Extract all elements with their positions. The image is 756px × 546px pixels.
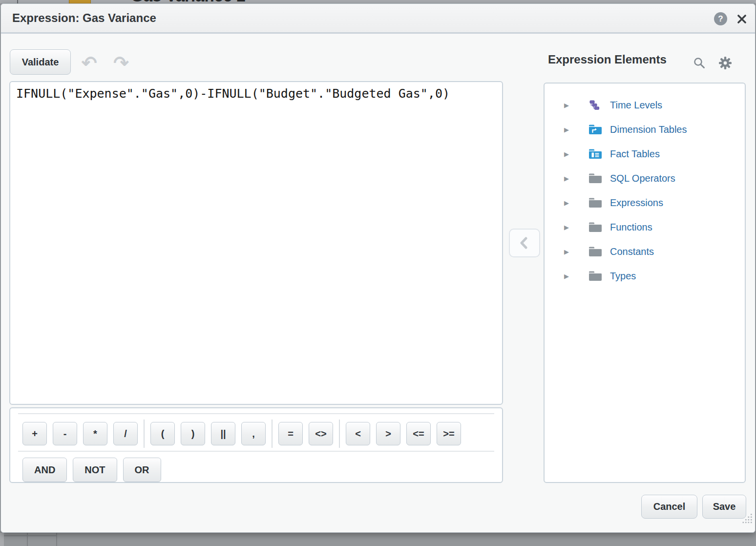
- expand-arrow-icon[interactable]: ▶: [564, 199, 571, 207]
- tree-item-label[interactable]: Dimension Tables: [610, 124, 687, 135]
- operator-button[interactable]: *: [83, 422, 107, 445]
- operator-button[interactable]: =: [278, 422, 303, 445]
- expand-arrow-icon[interactable]: ▶: [564, 224, 571, 231]
- divider: [18, 413, 494, 414]
- background-divider: [17, 0, 18, 3]
- tree-item-functions[interactable]: ▶ Functions: [545, 215, 745, 239]
- dialog-title: Expression: Gas Variance: [12, 11, 156, 25]
- expand-arrow-icon[interactable]: ▶: [564, 126, 571, 133]
- expression-elements-tree: ▶ Time Levels▶ Dimension Tables▶ Fact Ta…: [544, 83, 746, 483]
- tree-item-fact-tables[interactable]: ▶ Fact Tables: [545, 142, 745, 166]
- operator-button[interactable]: ): [181, 422, 205, 445]
- close-icon[interactable]: [736, 13, 748, 25]
- operator-button[interactable]: +: [22, 422, 47, 445]
- expression-elements-heading: Expression Elements: [548, 53, 667, 66]
- tree-item-sql-operators[interactable]: ▶ SQL Operators: [545, 166, 745, 190]
- dialog-titlebar: Expression: Gas Variance ?: [1, 4, 755, 34]
- background-page-title: Gas Variance 2: [131, 0, 246, 3]
- tree-item-label[interactable]: Functions: [610, 222, 652, 233]
- background-orange-icon: [69, 0, 91, 3]
- operator-button[interactable]: <>: [309, 422, 333, 445]
- time-levels-icon: [588, 100, 602, 110]
- operator-group-divider: [339, 420, 340, 448]
- tree-item-label[interactable]: Time Levels: [610, 100, 662, 111]
- tree-item-dimension-tables[interactable]: ▶ Dimension Tables: [545, 117, 745, 142]
- folder-icon: [588, 246, 602, 257]
- operator-button[interactable]: ,: [241, 422, 266, 445]
- help-icon[interactable]: ?: [714, 12, 727, 25]
- insert-left-button[interactable]: [509, 229, 540, 257]
- operator-button[interactable]: /: [113, 422, 138, 445]
- tree-item-label[interactable]: Constants: [610, 246, 654, 257]
- cancel-button[interactable]: Cancel: [641, 495, 697, 519]
- operator-button[interactable]: -: [53, 422, 77, 445]
- operator-button[interactable]: NOT: [73, 458, 117, 482]
- operator-row-1: +-*/()||,=<><><=>=: [17, 420, 495, 448]
- operator-button[interactable]: <: [346, 422, 370, 445]
- operator-group-divider: [144, 420, 145, 448]
- expand-arrow-icon[interactable]: ▶: [564, 102, 571, 109]
- undo-icon[interactable]: ↶: [79, 52, 100, 74]
- tree-item-types[interactable]: ▶ Types: [545, 264, 745, 288]
- expression-input[interactable]: IFNULL("Expense"."Gas",0)-IFNULL("Budget…: [9, 81, 503, 405]
- search-icon[interactable]: [693, 57, 706, 69]
- operator-button[interactable]: ||: [211, 422, 235, 445]
- save-button[interactable]: Save: [702, 495, 746, 519]
- background-page-fragment-bottom: [0, 533, 756, 546]
- operator-button[interactable]: (: [150, 422, 175, 445]
- divider: [18, 451, 494, 452]
- operator-button[interactable]: OR: [123, 458, 161, 482]
- fact-tables-icon: [588, 148, 602, 159]
- tree-item-label[interactable]: Types: [610, 271, 636, 282]
- operator-palette: +-*/()||,=<><><=>= ANDNOTOR: [9, 407, 503, 483]
- expand-arrow-icon[interactable]: ▶: [564, 248, 571, 255]
- expression-editor-dialog: Expression: Gas Variance ? Validate ↶ ↷ …: [0, 3, 756, 533]
- expand-arrow-icon[interactable]: ▶: [564, 150, 571, 158]
- dialog-body: Validate ↶ ↷ IFNULL("Expense"."Gas",0)-I…: [1, 34, 755, 532]
- resize-grip[interactable]: [742, 513, 753, 524]
- dimension-tables-icon: [588, 124, 602, 135]
- folder-icon: [588, 222, 602, 232]
- operator-row-2: ANDNOTOR: [17, 458, 495, 482]
- expand-arrow-icon[interactable]: ▶: [564, 273, 571, 280]
- validate-button[interactable]: Validate: [10, 49, 71, 75]
- tree-item-constants[interactable]: ▶ Constants: [545, 239, 745, 264]
- operator-button[interactable]: >=: [437, 422, 461, 445]
- tree-item-expressions[interactable]: ▶ Expressions: [545, 190, 745, 215]
- operator-button[interactable]: <=: [406, 422, 431, 445]
- operator-group-divider: [272, 420, 273, 448]
- expand-arrow-icon[interactable]: ▶: [564, 175, 571, 182]
- background-page-fragment: Gas Variance 2: [0, 0, 756, 3]
- tree-item-label[interactable]: Fact Tables: [610, 148, 660, 160]
- gear-icon[interactable]: [718, 56, 733, 70]
- operator-button[interactable]: >: [376, 422, 400, 445]
- tree-item-time-levels[interactable]: ▶ Time Levels: [545, 93, 745, 117]
- redo-icon[interactable]: ↷: [110, 52, 132, 74]
- folder-icon: [588, 173, 602, 184]
- tree-item-label[interactable]: SQL Operators: [610, 173, 675, 184]
- tree-item-label[interactable]: Expressions: [610, 197, 663, 209]
- folder-icon: [588, 197, 602, 208]
- operator-button[interactable]: AND: [22, 458, 67, 482]
- folder-icon: [588, 271, 602, 281]
